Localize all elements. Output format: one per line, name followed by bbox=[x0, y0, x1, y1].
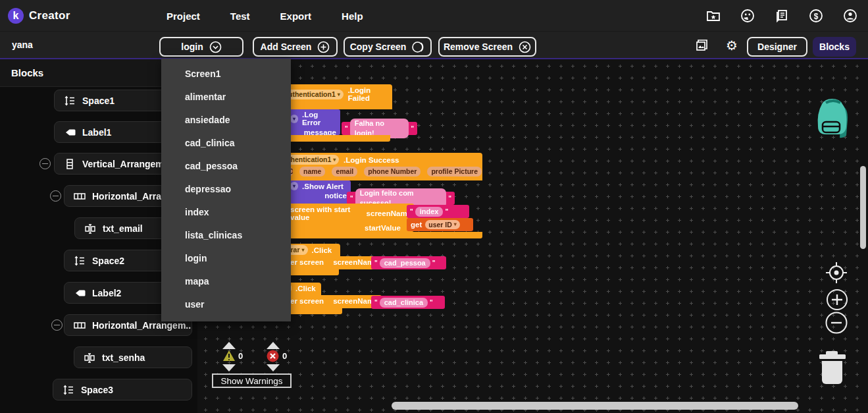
zoom-out-icon[interactable] bbox=[825, 311, 848, 337]
warning-scroll-up[interactable] bbox=[222, 342, 236, 349]
block-get-variable[interactable]: get user ID bbox=[407, 218, 473, 231]
screen-menu-item-lista-clinicas[interactable]: lista_clinicas bbox=[161, 224, 291, 247]
kodular-logo[interactable]: k bbox=[8, 8, 24, 24]
top-bar: k Creator Project Test Export Help $ bbox=[0, 0, 868, 32]
block-log-error[interactable]: ▾ .Log Error message bbox=[288, 109, 340, 135]
backpack-icon[interactable] bbox=[813, 97, 854, 145]
textbox-icon bbox=[84, 223, 96, 234]
settings-gear-icon[interactable]: ⚙ bbox=[725, 38, 739, 53]
event-name: .Login Failed bbox=[348, 86, 389, 102]
tree-item-txt-senha[interactable]: txt_senha bbox=[74, 346, 192, 368]
menu-export[interactable]: Export bbox=[280, 11, 312, 22]
component-dropdown-chip[interactable]: ▾ bbox=[290, 115, 298, 123]
component-dropdown-chip[interactable]: thentication1 bbox=[285, 155, 339, 165]
block-text-index[interactable]: index bbox=[407, 205, 469, 218]
block-text-falha-no-login[interactable]: Falha no login! bbox=[342, 122, 417, 135]
tree-item-label: Vertical_Arrangem bbox=[82, 159, 164, 169]
menu-project[interactable]: Project bbox=[166, 11, 200, 22]
remove-screen-button[interactable]: Remove Screen bbox=[438, 37, 536, 57]
error-scroll-down[interactable] bbox=[267, 364, 280, 372]
screen-menu-item-cad-pessoa[interactable]: cad_pessoa bbox=[161, 155, 291, 178]
param-label: screenName bbox=[367, 209, 411, 217]
screen-menu-item-mapa[interactable]: mapa bbox=[161, 270, 291, 293]
zoom-in-icon[interactable] bbox=[826, 289, 848, 314]
error-scroll-up[interactable] bbox=[267, 342, 280, 349]
screen-selector-button[interactable]: login bbox=[159, 37, 243, 57]
show-warnings-button[interactable]: Show Warnings bbox=[212, 373, 292, 388]
docs-icon[interactable] bbox=[775, 9, 789, 23]
warning-scroll-down[interactable] bbox=[222, 364, 236, 372]
screen-menu-item-screen1[interactable]: Screen1 bbox=[161, 63, 291, 86]
screen-menu-item-ansiedade[interactable]: ansiedade bbox=[161, 109, 291, 132]
copy-circle-icon bbox=[412, 41, 425, 53]
project-folder-icon[interactable] bbox=[706, 9, 721, 23]
component-dropdown-chip[interactable]: uthentication1 bbox=[285, 90, 344, 99]
screen-selector-label: login bbox=[181, 41, 203, 52]
space-icon bbox=[64, 95, 76, 107]
error-icon[interactable] bbox=[267, 350, 279, 365]
screen-menu-item-login[interactable]: login bbox=[161, 247, 291, 270]
account-icon[interactable] bbox=[843, 9, 857, 23]
collapse-horizontal-arrangement-2[interactable] bbox=[51, 319, 63, 331]
tree-item-label: Label2 bbox=[92, 288, 121, 298]
block-text-login-sucesso[interactable]: Login feito com sucesso! bbox=[347, 192, 455, 205]
copy-screen-button[interactable]: Copy Screen bbox=[344, 37, 432, 57]
blocks-toggle-button[interactable]: Blocks bbox=[813, 37, 856, 57]
screen-menu-item-cad-clinica[interactable]: cad_clinica bbox=[161, 132, 291, 155]
block-open-screen[interactable]: er screen screenName bbox=[288, 295, 382, 308]
menu-help[interactable]: Help bbox=[342, 11, 363, 22]
block-open-screen[interactable]: er screen screenName bbox=[288, 256, 382, 269]
block-click-cadastrar-event[interactable]: trar .Click bbox=[283, 244, 340, 256]
close-circle-icon bbox=[519, 41, 531, 53]
block-label: er screen bbox=[290, 297, 324, 305]
add-screen-button[interactable]: Add Screen bbox=[253, 37, 338, 57]
warning-icon[interactable] bbox=[222, 350, 236, 364]
chevron-down-circle-icon bbox=[209, 41, 222, 53]
designer-toggle-button[interactable]: Designer bbox=[747, 37, 807, 57]
community-icon[interactable] bbox=[740, 9, 755, 23]
block-text-cad-clinica[interactable]: cad_clinica bbox=[371, 296, 445, 309]
plus-circle-icon bbox=[317, 41, 330, 53]
horizontal-scrollbar[interactable] bbox=[392, 402, 798, 410]
block-open-screen-with-value[interactable]: screen with start value screenName start… bbox=[288, 204, 414, 232]
block-bottom bbox=[283, 135, 390, 142]
tree-item-label: Space1 bbox=[82, 96, 115, 106]
designer-label: Designer bbox=[757, 41, 797, 52]
label-icon bbox=[64, 126, 76, 138]
add-screen-label: Add Screen bbox=[261, 41, 312, 52]
block-text-cad-pessoa[interactable]: cad_pessoa bbox=[371, 256, 446, 269]
tree-item-space3[interactable]: Space3 bbox=[53, 379, 192, 400]
collapse-vertical-arrangement[interactable] bbox=[39, 158, 51, 169]
block-show-alert[interactable]: ▾ .Show Alert notice bbox=[288, 180, 351, 204]
method-name: .Show Alert bbox=[302, 182, 344, 190]
method-name: .Log Error bbox=[302, 111, 338, 126]
block-login-success-event[interactable]: thentication1 .Login Success D name emai… bbox=[283, 153, 482, 180]
variable-dropdown-chip[interactable]: user ID bbox=[425, 220, 460, 229]
blocks-label: Blocks bbox=[819, 41, 850, 52]
label-icon bbox=[74, 287, 86, 299]
event-param-chip: email bbox=[332, 167, 357, 177]
screen-menu-item-alimentar[interactable]: alimentar bbox=[161, 86, 291, 109]
param-label: notice bbox=[324, 192, 347, 200]
screen-menu-item-index[interactable]: index bbox=[161, 201, 291, 224]
screen-menu-item-depressao[interactable]: depressao bbox=[161, 178, 291, 201]
earn-icon[interactable]: $ bbox=[809, 9, 823, 23]
event-name: .Click bbox=[312, 246, 332, 254]
component-dropdown-chip[interactable]: ▾ bbox=[290, 182, 298, 190]
gallery-icon[interactable] bbox=[695, 38, 709, 53]
tree-item-label: Space2 bbox=[92, 256, 124, 266]
blocks-workspace[interactable]: uthentication1 .Login Failed ▾ .Log Erro… bbox=[197, 59, 868, 413]
zoom-reset-icon[interactable] bbox=[825, 261, 848, 287]
horizontal-arrangement-icon bbox=[74, 319, 86, 331]
menu-test[interactable]: Test bbox=[230, 11, 250, 22]
topbar-icons: $ bbox=[706, 0, 863, 32]
block-login-failed-event[interactable]: uthentication1 .Login Failed bbox=[283, 84, 392, 109]
vertical-scrollbar[interactable] bbox=[860, 166, 866, 249]
trash-icon[interactable] bbox=[817, 350, 848, 388]
collapse-horizontal-arrangement-1[interactable] bbox=[50, 190, 61, 202]
svg-text:$: $ bbox=[814, 12, 819, 21]
horizontal-arrangement-icon bbox=[74, 190, 86, 202]
block-bottom bbox=[283, 232, 482, 238]
app-title: Creator bbox=[29, 9, 70, 22]
screen-menu-item-user[interactable]: user bbox=[161, 293, 291, 316]
